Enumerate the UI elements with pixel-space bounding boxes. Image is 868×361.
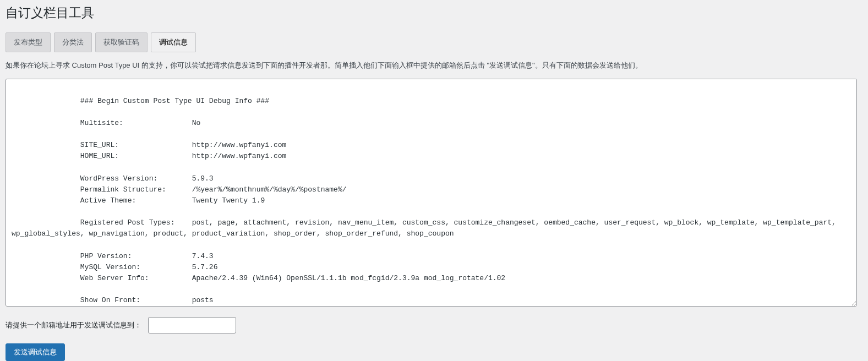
tabs: 发布类型 分类法 获取验证码 调试信息 [6,32,857,52]
page-title: 自订义栏目工具 [6,0,857,24]
email-label: 请提供一个邮箱地址用于发送调试信息到： [6,320,141,330]
debug-info-textarea[interactable] [6,79,857,307]
email-row: 请提供一个邮箱地址用于发送调试信息到： [6,317,857,333]
description-text: 如果你在论坛上寻求 Custom Post Type UI 的支持，你可以尝试把… [6,60,857,71]
email-field[interactable] [148,317,236,333]
tab-get-code[interactable]: 获取验证码 [95,32,148,52]
tab-post-types[interactable]: 发布类型 [6,32,51,52]
submit-row: 发送调试信息 [6,343,857,361]
tab-taxonomies[interactable]: 分类法 [54,32,92,52]
send-debug-button[interactable]: 发送调试信息 [6,343,65,361]
tab-debug-info[interactable]: 调试信息 [151,32,196,52]
